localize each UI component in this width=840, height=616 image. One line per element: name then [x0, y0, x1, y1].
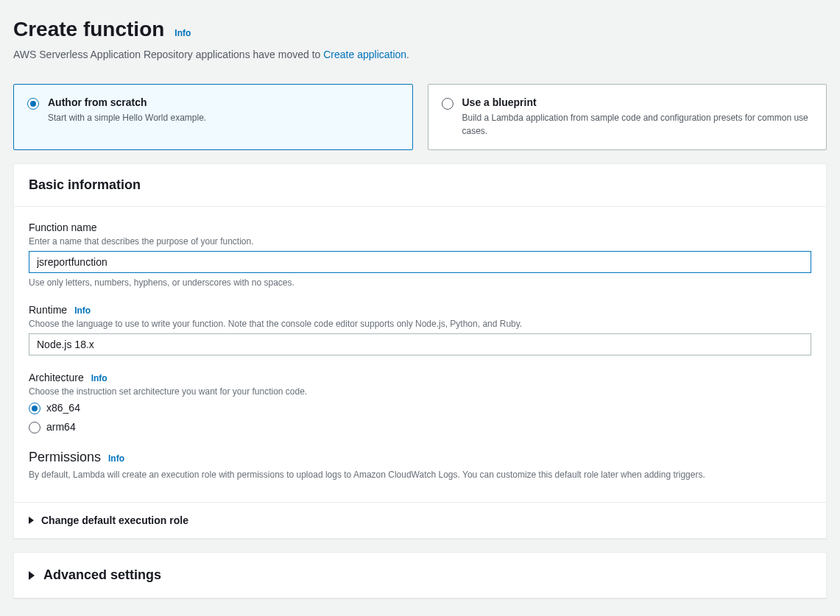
- panel-header: Basic information: [14, 164, 826, 207]
- runtime-select[interactable]: Node.js 18.x: [29, 333, 811, 355]
- subtext-prefix: AWS Serverless Application Repository ap…: [13, 49, 323, 60]
- radio-icon: [442, 98, 453, 110]
- creation-options: Author from scratch Start with a simple …: [13, 84, 827, 150]
- basic-information-panel: Basic information Function name Enter a …: [13, 163, 827, 539]
- radio-label: arm64: [46, 421, 76, 433]
- architecture-radio-x86[interactable]: x86_64: [29, 401, 811, 414]
- function-name-field: Function name Enter a name that describe…: [29, 222, 811, 288]
- function-name-label: Function name: [29, 222, 811, 233]
- create-application-link[interactable]: Create application: [323, 49, 406, 60]
- radio-icon: [29, 422, 40, 433]
- architecture-info-link[interactable]: Info: [91, 373, 107, 383]
- runtime-info-link[interactable]: Info: [74, 305, 91, 316]
- option-title: Author from scratch: [48, 96, 206, 108]
- advanced-settings-label: Advanced settings: [43, 567, 161, 583]
- caret-right-icon: [29, 571, 35, 580]
- subtext-suffix: .: [406, 49, 409, 60]
- option-use-blueprint[interactable]: Use a blueprint Build a Lambda applicati…: [428, 84, 827, 150]
- function-name-hint: Enter a name that describes the purpose …: [29, 236, 811, 247]
- permissions-label: Permissions: [29, 450, 101, 465]
- page-header: Create function Info AWS Serverless Appl…: [13, 0, 827, 71]
- permissions-field: Permissions Info By default, Lambda will…: [29, 450, 811, 481]
- architecture-radio-arm64[interactable]: arm64: [29, 420, 811, 433]
- permissions-info-link[interactable]: Info: [108, 453, 124, 464]
- basic-info-heading: Basic information: [29, 177, 811, 193]
- advanced-settings-toggle[interactable]: Advanced settings: [13, 552, 827, 598]
- caret-right-icon: [29, 517, 34, 524]
- execution-role-label: Change default execution role: [41, 514, 188, 526]
- page-subtext: AWS Serverless Application Repository ap…: [13, 49, 827, 60]
- option-title: Use a blueprint: [462, 96, 813, 108]
- function-name-help: Use only letters, numbers, hyphens, or u…: [29, 277, 811, 288]
- permissions-desc: By default, Lambda will create an execut…: [29, 468, 811, 481]
- function-name-input[interactable]: [29, 251, 811, 273]
- radio-icon: [27, 98, 39, 110]
- architecture-hint: Choose the instruction set architecture …: [29, 386, 811, 397]
- radio-icon: [29, 403, 40, 414]
- runtime-field: Runtime Info Choose the language to use …: [29, 304, 811, 355]
- architecture-label: Architecture: [29, 372, 84, 383]
- option-desc: Start with a simple Hello World example.: [48, 111, 206, 124]
- runtime-label: Runtime: [29, 304, 67, 316]
- page-info-link[interactable]: Info: [174, 28, 191, 38]
- runtime-hint: Choose the language to use to write your…: [29, 319, 811, 329]
- architecture-field: Architecture Info Choose the instruction…: [29, 372, 811, 433]
- radio-label: x86_64: [46, 402, 80, 414]
- change-execution-role-toggle[interactable]: Change default execution role: [14, 502, 826, 538]
- option-desc: Build a Lambda application from sample c…: [462, 111, 813, 138]
- page-title: Create function: [13, 18, 164, 41]
- option-author-from-scratch[interactable]: Author from scratch Start with a simple …: [13, 84, 413, 150]
